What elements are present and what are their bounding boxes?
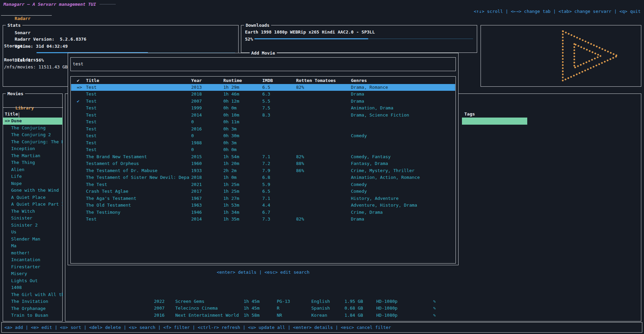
movie-list-item[interactable]: The Conjuring: [3, 125, 63, 132]
add-movie-result-row[interactable]: =>Test20131h 29m6.582%Drama, Romance: [71, 84, 455, 91]
add-movie-result-row[interactable]: test00h 30mComedy: [71, 132, 455, 140]
stats-panel-title: Stats: [6, 22, 22, 29]
download-item-name: Earth 1998 1080p WEBRip x265 Hindi AAC2.…: [245, 28, 375, 36]
add-movie-result-row[interactable]: The Testimony19461h 34m6.7Crime, Drama: [71, 209, 455, 216]
result-year: 2021: [191, 181, 202, 188]
app-title: Managarr — A Servarr management TUI: [3, 1, 96, 8]
movie-list-item[interactable]: The Conjuring 2: [3, 131, 63, 139]
result-runtime: 0h 11m: [223, 119, 239, 126]
add-movie-result-row[interactable]: The Test20211h 25m5.9Comedy: [71, 181, 455, 188]
result-runtime: 0h 0m: [223, 105, 237, 112]
movie-list-item[interactable]: Ma: [3, 243, 63, 250]
add-movie-result-row[interactable]: The Aga's Testament19671h 27m7.1History,…: [71, 195, 455, 202]
movie-title: A Quiet Place Part II: [11, 202, 63, 207]
movie-list-item[interactable]: Firestarter: [3, 264, 63, 271]
movie-list-item[interactable]: Alien: [3, 166, 63, 173]
tab-radarr[interactable]: Radarr: [15, 16, 30, 21]
movie-list-item[interactable]: The Thing: [3, 159, 63, 166]
movie-list-item[interactable]: Life: [3, 173, 63, 180]
movie-list-item[interactable]: The Invitation: [3, 298, 63, 305]
movie-list-item[interactable]: Lights Out: [3, 277, 63, 285]
result-year: 1946: [191, 209, 202, 216]
movie-list-item[interactable]: Misery: [3, 270, 63, 277]
movie-list-item[interactable]: The Conjuring: The De: [3, 139, 63, 146]
library-table-row[interactable]: 2022Screen Gems1h 45mPG-13English1.95 GB…: [65, 298, 640, 305]
year-column-header: Year: [191, 77, 202, 84]
result-genres: Adventure, History, Drama: [351, 202, 417, 209]
result-title: test: [86, 132, 189, 140]
result-runtime: 0h 0m: [223, 146, 237, 153]
library-year: 2007: [154, 305, 164, 312]
movie-list-item[interactable]: =>Dune: [3, 118, 63, 125]
movie-list-item[interactable]: Gone with the Wind: [3, 187, 63, 194]
add-movie-result-row[interactable]: Test19990h 0m7.5Animation, Drama: [71, 105, 455, 112]
movie-list-item[interactable]: A Quiet Place Part II: [3, 201, 63, 208]
pencil-icon: ✎: [433, 312, 436, 319]
result-year: 2017: [191, 188, 202, 195]
result-genres: Drama: [351, 216, 364, 223]
add-movie-result-row[interactable]: The Testament of Dr. Mabuse19332h 2m7.98…: [71, 167, 455, 174]
add-movie-result-row[interactable]: Test20140h 10m8.3Drama, Science Fiction: [71, 112, 455, 119]
result-genres: Drama: [351, 98, 364, 105]
add-movie-result-row[interactable]: Test19880h 3m: [71, 140, 455, 147]
movie-list-item[interactable]: The Girl with All the: [3, 291, 63, 298]
result-title: Test: [86, 140, 189, 147]
add-movie-result-row[interactable]: The Testament of Sister New Devil: Depar…: [71, 174, 455, 181]
add-movie-result-row[interactable]: Test20181h 46m6.3Drama: [71, 91, 455, 98]
movie-list-item[interactable]: The Witch: [3, 208, 63, 215]
result-runtime: 1h 27m: [223, 195, 239, 202]
movie-list-item[interactable]: mother!: [3, 250, 63, 257]
result-imdb: 7.1: [262, 195, 270, 202]
movie-list-item[interactable]: Sinister 2: [3, 222, 63, 229]
movie-list-item[interactable]: Incantation: [3, 256, 63, 264]
movie-title: Train to Busan: [11, 313, 48, 318]
add-movie-result-row[interactable]: Testament of Orpheus19601h 20m7.288%Fant…: [71, 160, 455, 167]
search-input[interactable]: [73, 58, 445, 70]
result-genres: Crime, Mystery, Thriller: [351, 167, 415, 174]
bottom-help-bar: <a> add | <e> edit | <o> sort | <del> de…: [1, 322, 642, 333]
movie-list-item[interactable]: Nope: [3, 180, 63, 187]
result-genres: Comedy: [351, 181, 367, 188]
result-genres: Drama: [351, 91, 364, 98]
movie-list-item[interactable]: 1408: [3, 284, 63, 291]
movie-list-item[interactable]: A Quiet Place: [3, 194, 63, 201]
downloads-panel-title: Downloads: [244, 22, 271, 29]
result-year: 2014: [191, 216, 202, 223]
result-imdb: 7.1: [262, 153, 270, 161]
result-title: The Testimony: [86, 209, 189, 216]
movie-list-item[interactable]: Inception: [3, 145, 63, 152]
result-genres: Comedy: [351, 188, 367, 195]
add-movie-result-row[interactable]: Test00h 0m: [71, 146, 455, 153]
result-imdb: 8.3: [262, 112, 270, 119]
movie-list-item[interactable]: Sinister: [3, 215, 63, 222]
result-year: 1963: [191, 202, 202, 209]
add-movie-result-row[interactable]: Test20141h 35m7.382%Drama: [71, 216, 455, 223]
add-movie-hint: <enter> details | <esc> edit search: [68, 269, 459, 276]
title-column-header: Title: [86, 77, 99, 84]
result-runtime: 1h 46m: [223, 91, 239, 98]
movie-list-item[interactable]: The Martian: [3, 152, 63, 160]
movie-list-item[interactable]: The Orphanage: [3, 305, 63, 312]
result-title: The Old Testament: [86, 202, 189, 209]
add-movie-result-row[interactable]: The Old Testament19631h 53m4.4Adventure,…: [71, 202, 455, 209]
tab-library[interactable]: Library: [15, 105, 34, 110]
result-title: Test: [86, 119, 189, 126]
add-movie-result-row[interactable]: Crash Test Aglae20171h 25m6.5Comedy: [71, 188, 455, 195]
result-genres: Animation, Action, Romance: [351, 174, 420, 181]
result-year: 2015: [191, 153, 202, 161]
library-runtime: 1h 58m: [244, 312, 260, 319]
movie-list-item[interactable]: Us: [3, 229, 63, 236]
movie-list-item[interactable]: Slender Man: [3, 236, 63, 243]
movie-title: Dune: [11, 118, 22, 123]
library-size: 1.84 GB: [345, 312, 363, 319]
add-movie-result-row[interactable]: The Brand New Testament20151h 54m7.182%C…: [71, 153, 455, 161]
add-movie-result-row[interactable]: Test00h 11m: [71, 119, 455, 126]
storage-label: Storage:: [4, 42, 25, 49]
result-year: 0: [191, 146, 194, 153]
library-table-row[interactable]: 2016Next Entertainment World1h 58mNRKore…: [65, 312, 640, 319]
movie-title: Sinister: [11, 215, 32, 221]
movie-list-item[interactable]: Train to Busan: [3, 312, 63, 319]
library-table-row[interactable]: 2007Telecinco Cinema1h 45mRSpanish0.68 G…: [65, 305, 640, 312]
add-movie-result-row[interactable]: ✔Test20070h 12m5.5Drama: [71, 98, 455, 105]
add-movie-result-row[interactable]: Test20160h 3m: [71, 126, 455, 133]
